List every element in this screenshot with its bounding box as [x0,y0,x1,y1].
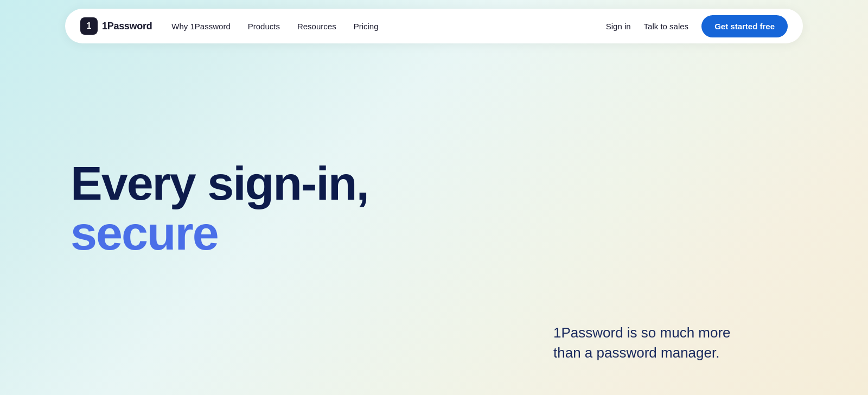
nav-link-why[interactable]: Why 1Password [171,22,230,31]
logo-area[interactable]: 1 1Password [80,17,152,35]
nav-link-pricing[interactable]: Pricing [354,22,379,31]
sign-in-link[interactable]: Sign in [606,22,631,31]
logo-icon: 1 [80,17,98,35]
navbar: 1 1Password Why 1Password Products Resou… [65,9,803,43]
talk-to-sales-link[interactable]: Talk to sales [644,22,689,31]
hero-section: Every sign-in, secure 1Password is so mu… [0,0,868,395]
get-started-button[interactable]: Get started free [701,15,788,37]
hero-subtext: 1Password is so much more than a passwor… [553,323,760,362]
nav-link-products[interactable]: Products [248,22,280,31]
nav-link-resources[interactable]: Resources [297,22,336,31]
hero-headline: Every sign-in, secure [71,158,450,259]
nav-links: Why 1Password Products Resources Pricing [171,22,605,31]
page-wrapper: 1 1Password Why 1Password Products Resou… [0,0,868,395]
nav-right: Sign in Talk to sales Get started free [606,15,788,37]
hero-headline-accent: secure [71,208,450,258]
logo-text: 1Password [102,21,152,32]
